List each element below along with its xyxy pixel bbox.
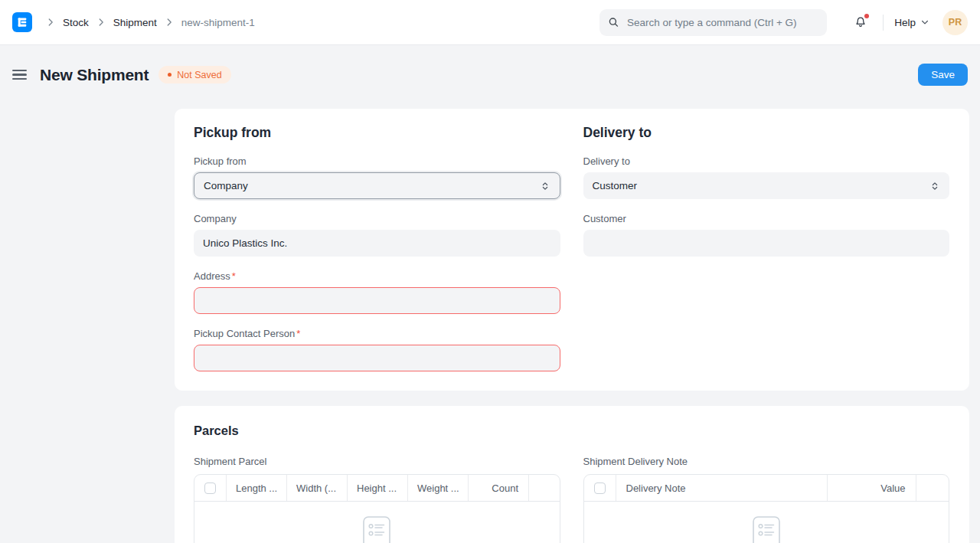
breadcrumb-shipment[interactable]: Shipment	[113, 17, 157, 28]
pickup-delivery-card: Pickup from Pickup from Company Company	[175, 109, 969, 391]
column-header-weight: Weight ...	[408, 475, 469, 501]
chevron-right-icon	[164, 17, 175, 28]
user-avatar[interactable]: PR	[942, 10, 968, 35]
address-field: Address*	[194, 270, 560, 314]
shipment-delivery-note-empty-body	[584, 502, 949, 543]
select-chevrons-icon	[929, 181, 940, 191]
chevron-right-icon	[45, 17, 56, 28]
pickup-from-select[interactable]: Company	[194, 172, 560, 199]
address-input[interactable]	[194, 287, 560, 314]
shipment-delivery-note-column: Shipment Delivery Note Delivery Note Val…	[583, 456, 950, 543]
parcels-heading: Parcels	[194, 424, 949, 438]
pickup-contact-person-input[interactable]	[194, 345, 560, 371]
erpnext-logo-icon[interactable]	[12, 12, 32, 32]
empty-list-icon	[362, 515, 391, 543]
page-header: New Shipment Not Saved Save	[0, 45, 980, 86]
global-search[interactable]	[599, 9, 827, 36]
help-dropdown[interactable]: Help	[894, 17, 929, 28]
column-header-length: Length ...	[227, 475, 287, 501]
shipment-parcel-column: Shipment Parcel Length ... Width (... He…	[194, 456, 560, 543]
pickup-from-column: Pickup from Pickup from Company Company	[194, 125, 560, 371]
shipment-delivery-note-table-header: Delivery Note Value	[584, 475, 949, 502]
select-chevrons-icon	[540, 181, 550, 191]
delivery-to-column: Delivery to Delivery to Customer Custome…	[583, 125, 950, 371]
shipment-delivery-note-label: Shipment Delivery Note	[583, 456, 950, 467]
pickup-from-field: Pickup from Company	[194, 155, 560, 199]
select-all-checkbox[interactable]	[204, 482, 216, 494]
notification-dot	[864, 14, 869, 18]
column-header-settings	[916, 475, 949, 501]
column-header-delivery-note: Delivery Note	[616, 475, 828, 501]
delivery-to-heading: Delivery to	[583, 125, 950, 141]
delivery-to-label: Delivery to	[583, 155, 950, 167]
navbar: Stock Shipment new-shipment-1 Help PR	[0, 0, 980, 45]
delivery-to-selected-value: Customer	[593, 180, 638, 191]
status-dot-icon	[168, 73, 172, 77]
column-header-settings	[529, 475, 560, 501]
customer-input[interactable]	[583, 230, 950, 257]
shipment-parcel-empty-body	[194, 502, 560, 543]
required-asterisk: *	[232, 270, 236, 282]
pickup-from-heading: Pickup from	[194, 125, 560, 141]
page-title: New Shipment	[40, 66, 149, 84]
empty-list-icon	[752, 515, 781, 543]
parcels-card: Parcels Shipment Parcel Length ... Width…	[175, 406, 969, 543]
delivery-to-select[interactable]: Customer	[583, 172, 950, 199]
company-input[interactable]	[194, 230, 560, 257]
breadcrumb: Stock Shipment new-shipment-1	[38, 17, 255, 28]
required-asterisk: *	[296, 328, 300, 339]
column-header-height: Height ...	[348, 475, 408, 501]
sidebar-toggle-button[interactable]	[12, 68, 27, 82]
shipment-parcel-table-header: Length ... Width (... Height ... Weight …	[194, 475, 560, 502]
pickup-contact-person-field: Pickup Contact Person*	[194, 328, 560, 371]
help-label: Help	[894, 17, 916, 28]
save-button[interactable]: Save	[918, 64, 968, 86]
hamburger-icon	[12, 70, 27, 71]
breadcrumb-stock[interactable]: Stock	[63, 17, 89, 28]
customer-field: Customer	[583, 213, 950, 257]
chevron-down-icon	[920, 18, 929, 27]
column-header-value: Value	[828, 475, 916, 501]
column-header-width: Width (...	[287, 475, 348, 501]
status-badge-label: Not Saved	[177, 70, 221, 80]
status-badge: Not Saved	[158, 66, 230, 83]
delivery-to-field: Delivery to Customer	[583, 155, 950, 199]
navbar-divider	[883, 15, 884, 31]
shipment-parcel-label: Shipment Parcel	[194, 456, 560, 467]
customer-label: Customer	[583, 213, 950, 224]
column-header-count: Count	[469, 475, 529, 501]
pickup-from-label: Pickup from	[194, 155, 560, 167]
select-all-checkbox[interactable]	[594, 482, 606, 494]
company-label: Company	[194, 213, 560, 224]
shipment-delivery-note-table: Delivery Note Value	[583, 474, 950, 543]
company-field: Company	[194, 213, 560, 257]
address-label: Address*	[194, 270, 560, 282]
notifications-button[interactable]	[853, 14, 870, 31]
search-icon	[608, 16, 619, 28]
search-input[interactable]	[626, 16, 818, 29]
shipment-parcel-table: Length ... Width (... Height ... Weight …	[194, 474, 560, 543]
breadcrumb-current-doc: new-shipment-1	[181, 17, 255, 28]
pickup-from-selected-value: Company	[204, 180, 248, 191]
logo-e-glyph	[15, 15, 29, 29]
chevron-right-icon	[96, 17, 106, 28]
pickup-contact-person-label: Pickup Contact Person*	[194, 328, 560, 339]
form-body: Pickup from Pickup from Company Company	[175, 109, 969, 543]
